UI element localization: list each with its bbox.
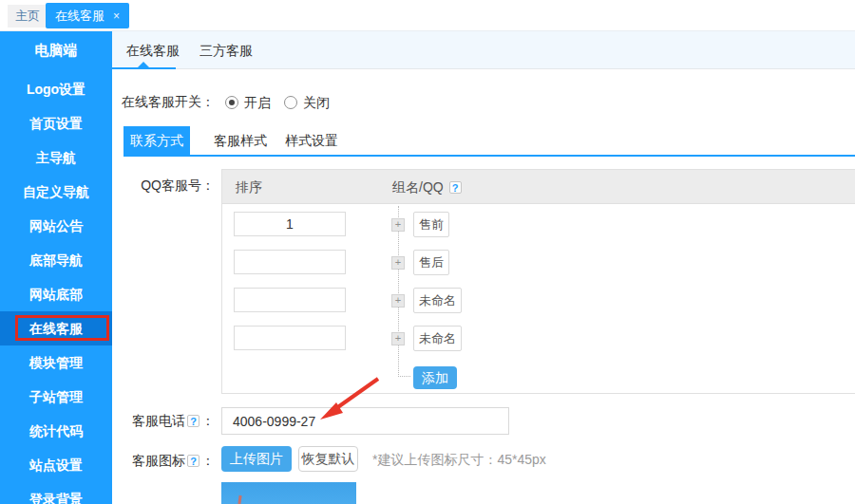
expand-handle-icon[interactable]: + (391, 218, 405, 232)
page-tab-bar: 在线客服 三方客服 (112, 31, 855, 69)
expand-handle-icon[interactable]: + (391, 294, 405, 308)
expand-handle-icon[interactable]: + (391, 256, 405, 270)
radio-option-on[interactable]: 开启 (225, 94, 271, 111)
service-icon-label-text: 客服图标 (132, 453, 185, 468)
close-icon[interactable]: × (113, 4, 120, 29)
service-switch-row: 在线客服开关： 开启 关闭 (112, 94, 855, 113)
sidebar-item-announcement[interactable]: 网站公告 (0, 209, 112, 243)
tab-contact-method[interactable]: 联系方式 (124, 126, 190, 155)
radio-option-off[interactable]: 关闭 (284, 94, 330, 111)
sidebar-item-subsites[interactable]: 子站管理 (0, 380, 112, 414)
sidebar-item-footer-nav[interactable]: 底部导航 (0, 243, 112, 277)
qq-service-table: 排序 组名/QQ ? + + + + 售前 售后 未命名 未命名 添加 (221, 169, 855, 394)
radio-off-label: 关闭 (303, 95, 330, 110)
sort-input-row3[interactable] (234, 288, 346, 312)
active-tab-caret-icon (138, 62, 149, 67)
help-icon[interactable]: ? (187, 415, 200, 427)
column-header-group-text: 组名/QQ (392, 179, 444, 195)
header-row: 电脑端 在线客服 三方客服 (0, 31, 855, 69)
settings-form: 在线客服开关： 开启 关闭 联系方式 客服样式 样式设置 QQ客服号： 排序 组… (112, 69, 855, 504)
column-header-sort: 排序 (236, 170, 262, 204)
window-tab-online-service[interactable]: 在线客服× (46, 3, 129, 28)
help-icon[interactable]: ? (187, 455, 200, 467)
tab-service-style[interactable]: 客服样式 (214, 126, 267, 155)
preview-image-detail (238, 495, 241, 504)
sidebar-item-custom-nav[interactable]: 自定义导航 (0, 175, 112, 209)
radio-off-icon[interactable] (284, 96, 297, 109)
group-button-presale[interactable]: 售前 (413, 212, 449, 237)
phone-label-text: 客服电话 (132, 413, 185, 428)
sidebar-item-homepage[interactable]: 首页设置 (0, 106, 112, 140)
service-icon-preview-image (221, 482, 356, 504)
sidebar-item-analytics-code[interactable]: 统计代码 (0, 414, 112, 448)
sidebar-item-site-settings[interactable]: 站点设置 (0, 448, 112, 482)
sidebar-header-pc[interactable]: 电脑端 (0, 31, 112, 69)
sidebar-nav: Logo设置 首页设置 主导航 自定义导航 网站公告 底部导航 网站底部 在线客… (0, 69, 112, 504)
sidebar-item-logo[interactable]: Logo设置 (0, 72, 112, 106)
group-button-unnamed-1[interactable]: 未命名 (413, 288, 462, 313)
window-tab-home[interactable]: 主页 (8, 5, 48, 28)
tree-connector-horizontal (398, 376, 410, 377)
sidebar-item-login-background[interactable]: 登录背景 (0, 482, 112, 504)
admin-settings-screen: 主页 在线客服× 电脑端 在线客服 三方客服 Logo设置 首页设置 主导航 自… (0, 0, 855, 504)
service-switch-label: 在线客服开关： (112, 94, 215, 111)
qq-number-label: QQ客服号： (112, 177, 215, 195)
service-icon-label: 客服图标?： (112, 453, 215, 470)
page-tab-online-service[interactable]: 在线客服 (126, 31, 180, 69)
sidebar-item-modules[interactable]: 模块管理 (0, 345, 112, 380)
window-tab-bar: 主页 在线客服× (0, 0, 855, 31)
sort-input-row4[interactable] (234, 326, 346, 350)
tab-style-settings[interactable]: 样式设置 (285, 126, 338, 155)
sort-input-row2[interactable] (234, 250, 346, 274)
group-button-aftersale[interactable]: 售后 (413, 250, 449, 275)
sidebar-item-main-nav[interactable]: 主导航 (0, 140, 112, 175)
sort-input-row1[interactable] (234, 212, 346, 236)
qq-table-header: 排序 组名/QQ ? (222, 170, 855, 204)
radio-on-icon[interactable] (225, 96, 238, 109)
restore-default-button[interactable]: 恢复默认 (298, 446, 358, 472)
column-header-group: 组名/QQ ? (392, 170, 464, 204)
phone-label-colon: ： (201, 413, 215, 428)
upload-image-button[interactable]: 上传图片 (221, 446, 292, 472)
expand-handle-icon[interactable]: + (391, 332, 405, 345)
phone-label: 客服电话?： (112, 413, 215, 430)
upload-size-hint: *建议上传图标尺寸：45*45px (372, 452, 546, 469)
subtab-divider (124, 155, 855, 157)
window-tab-label: 在线客服 (55, 9, 104, 23)
help-icon[interactable]: ? (449, 181, 462, 194)
annotation-highlight-rect (15, 315, 109, 341)
tree-connector-vertical (398, 206, 399, 377)
radio-on-label: 开启 (244, 95, 271, 110)
add-group-button[interactable]: 添加 (413, 366, 457, 389)
group-button-unnamed-2[interactable]: 未命名 (413, 326, 462, 351)
sidebar-item-site-footer[interactable]: 网站底部 (0, 277, 112, 311)
phone-input[interactable] (221, 407, 509, 435)
page-tab-third-party[interactable]: 三方客服 (200, 31, 253, 69)
service-icon-label-colon: ： (201, 453, 215, 468)
